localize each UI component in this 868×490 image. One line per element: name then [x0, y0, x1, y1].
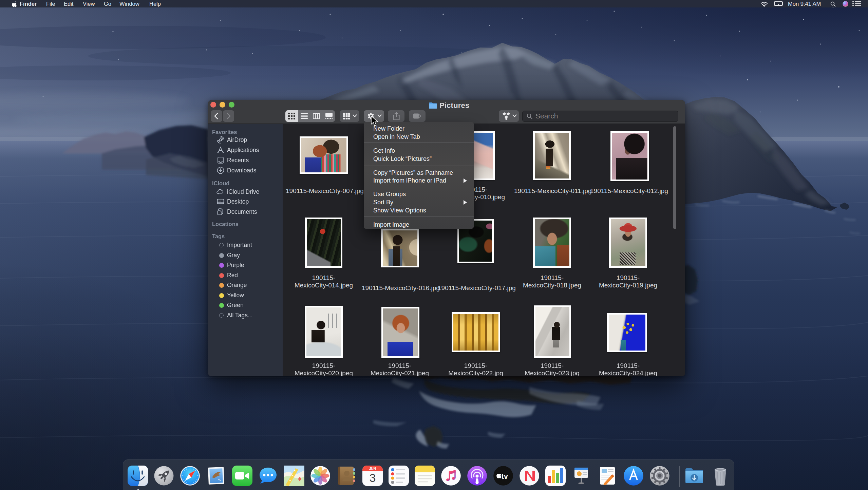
svg-text:tv: tv — [502, 472, 508, 480]
svg-text:JUN: JUN — [369, 467, 376, 471]
svg-text:3: 3 — [370, 471, 376, 484]
